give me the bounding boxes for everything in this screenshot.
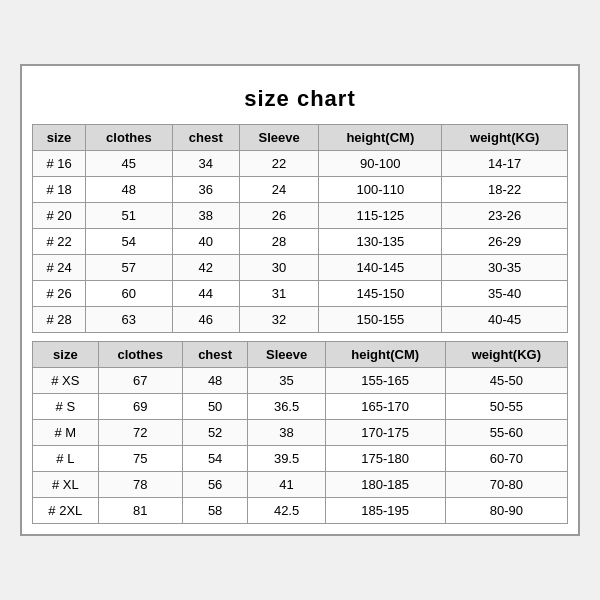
table-cell: 48 bbox=[182, 368, 248, 394]
table-cell: # 16 bbox=[33, 151, 86, 177]
table-row: # 22544028130-13526-29 bbox=[33, 229, 568, 255]
table-cell: 57 bbox=[86, 255, 172, 281]
table-cell: 41 bbox=[248, 472, 325, 498]
table-row: # M725238170-17555-60 bbox=[33, 420, 568, 446]
table-cell: 70-80 bbox=[445, 472, 567, 498]
table-row: # XS674835155-16545-50 bbox=[33, 368, 568, 394]
table-cell: 72 bbox=[98, 420, 182, 446]
table-row: # 18483624100-11018-22 bbox=[33, 177, 568, 203]
table-cell: # 22 bbox=[33, 229, 86, 255]
table-row: # L755439.5175-18060-70 bbox=[33, 446, 568, 472]
table-cell: 67 bbox=[98, 368, 182, 394]
table-cell: # 24 bbox=[33, 255, 86, 281]
table-cell: 45 bbox=[86, 151, 172, 177]
table-cell: 36.5 bbox=[248, 394, 325, 420]
table-cell: 81 bbox=[98, 498, 182, 524]
table-cell: 36 bbox=[172, 177, 239, 203]
table-cell: 60-70 bbox=[445, 446, 567, 472]
header-weight-2: weight(KG) bbox=[445, 342, 567, 368]
header-weight-1: weight(KG) bbox=[442, 125, 568, 151]
table-cell: 31 bbox=[239, 281, 318, 307]
table-cell: 30-35 bbox=[442, 255, 568, 281]
table-cell: 14-17 bbox=[442, 151, 568, 177]
header-clothes-1: clothes bbox=[86, 125, 172, 151]
header-sleeve-1: Sleeve bbox=[239, 125, 318, 151]
table-cell: 40-45 bbox=[442, 307, 568, 333]
chart-title: size chart bbox=[32, 76, 568, 124]
table-cell: 45-50 bbox=[445, 368, 567, 394]
table-cell: 140-145 bbox=[319, 255, 442, 281]
table-cell: 75 bbox=[98, 446, 182, 472]
table-cell: # S bbox=[33, 394, 99, 420]
table-cell: 42.5 bbox=[248, 498, 325, 524]
table-row: # 28634632150-15540-45 bbox=[33, 307, 568, 333]
table-cell: 30 bbox=[239, 255, 318, 281]
table-cell: 90-100 bbox=[319, 151, 442, 177]
table-cell: 40 bbox=[172, 229, 239, 255]
table-cell: 35-40 bbox=[442, 281, 568, 307]
table-row: # 20513826115-12523-26 bbox=[33, 203, 568, 229]
table-cell: 26 bbox=[239, 203, 318, 229]
table-cell: 55-60 bbox=[445, 420, 567, 446]
table-cell: # 26 bbox=[33, 281, 86, 307]
header-height-1: height(CM) bbox=[319, 125, 442, 151]
table-cell: 80-90 bbox=[445, 498, 567, 524]
table-cell: # L bbox=[33, 446, 99, 472]
table-cell: 42 bbox=[172, 255, 239, 281]
table-cell: 44 bbox=[172, 281, 239, 307]
table-cell: 34 bbox=[172, 151, 239, 177]
table2-header-row: size clothes chest Sleeve height(CM) wei… bbox=[33, 342, 568, 368]
table-cell: 145-150 bbox=[319, 281, 442, 307]
table-row: # XL785641180-18570-80 bbox=[33, 472, 568, 498]
table-cell: 24 bbox=[239, 177, 318, 203]
header-chest-1: chest bbox=[172, 125, 239, 151]
table-cell: 54 bbox=[86, 229, 172, 255]
table-cell: # 2XL bbox=[33, 498, 99, 524]
table-cell: 22 bbox=[239, 151, 318, 177]
table-cell: 26-29 bbox=[442, 229, 568, 255]
table-cell: 78 bbox=[98, 472, 182, 498]
header-sleeve-2: Sleeve bbox=[248, 342, 325, 368]
table-cell: 165-170 bbox=[325, 394, 445, 420]
table-cell: 39.5 bbox=[248, 446, 325, 472]
header-clothes-2: clothes bbox=[98, 342, 182, 368]
table-cell: 69 bbox=[98, 394, 182, 420]
size-table-1: size clothes chest Sleeve height(CM) wei… bbox=[32, 124, 568, 333]
header-size-1: size bbox=[33, 125, 86, 151]
table-cell: 175-180 bbox=[325, 446, 445, 472]
table-cell: # 20 bbox=[33, 203, 86, 229]
table-cell: 180-185 bbox=[325, 472, 445, 498]
table-row: # 2XL815842.5185-19580-90 bbox=[33, 498, 568, 524]
table-cell: # XS bbox=[33, 368, 99, 394]
table-cell: 115-125 bbox=[319, 203, 442, 229]
table-cell: 130-135 bbox=[319, 229, 442, 255]
table-cell: 38 bbox=[248, 420, 325, 446]
table-cell: 63 bbox=[86, 307, 172, 333]
table-cell: 150-155 bbox=[319, 307, 442, 333]
table-cell: # 18 bbox=[33, 177, 86, 203]
table-cell: 170-175 bbox=[325, 420, 445, 446]
size-table-2: size clothes chest Sleeve height(CM) wei… bbox=[32, 341, 568, 524]
table-row: # 1645342290-10014-17 bbox=[33, 151, 568, 177]
table-cell: # XL bbox=[33, 472, 99, 498]
table-cell: 58 bbox=[182, 498, 248, 524]
table-cell: 155-165 bbox=[325, 368, 445, 394]
header-chest-2: chest bbox=[182, 342, 248, 368]
table-cell: 46 bbox=[172, 307, 239, 333]
size-chart-container: size chart size clothes chest Sleeve hei… bbox=[20, 64, 580, 536]
table-cell: 52 bbox=[182, 420, 248, 446]
table-cell: 35 bbox=[248, 368, 325, 394]
table-cell: # M bbox=[33, 420, 99, 446]
table-cell: 48 bbox=[86, 177, 172, 203]
table-cell: 50-55 bbox=[445, 394, 567, 420]
table-row: # S695036.5165-17050-55 bbox=[33, 394, 568, 420]
table-row: # 26604431145-15035-40 bbox=[33, 281, 568, 307]
table-cell: 18-22 bbox=[442, 177, 568, 203]
table-cell: 56 bbox=[182, 472, 248, 498]
table-cell: 38 bbox=[172, 203, 239, 229]
table-cell: 23-26 bbox=[442, 203, 568, 229]
header-height-2: height(CM) bbox=[325, 342, 445, 368]
header-size-2: size bbox=[33, 342, 99, 368]
table-cell: 185-195 bbox=[325, 498, 445, 524]
table-cell: 32 bbox=[239, 307, 318, 333]
